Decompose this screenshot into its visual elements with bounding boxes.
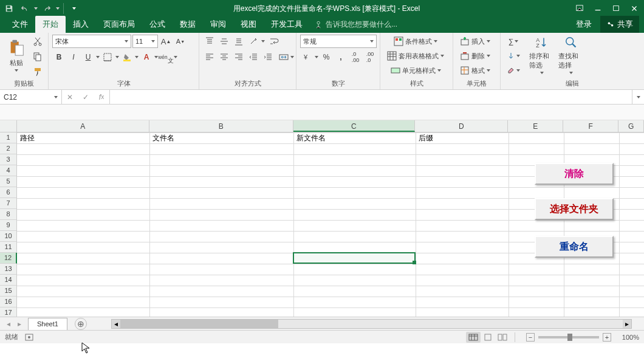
col-header-A[interactable]: A [17, 120, 149, 132]
merge-button[interactable] [276, 50, 297, 64]
percent-button[interactable]: % [320, 50, 333, 64]
add-sheet-button[interactable]: ⊕ [75, 318, 87, 330]
macro-button-1[interactable]: 选择文件夹 [535, 198, 614, 220]
horizontal-scrollbar[interactable]: ◂▸ [111, 319, 632, 329]
fill-color-button[interactable] [120, 50, 134, 64]
row-header-1[interactable]: 1 [0, 132, 16, 143]
row-header-3[interactable]: 3 [0, 154, 16, 165]
formula-expand-button[interactable] [632, 90, 644, 104]
cell-styles-button[interactable]: 单元格样式 [384, 64, 447, 77]
tab-layout[interactable]: 页面布局 [96, 16, 142, 33]
cut-button[interactable] [31, 35, 44, 48]
clear-button[interactable] [504, 64, 522, 77]
row-header-17[interactable]: 17 [0, 307, 16, 317]
sheet-nav-first[interactable]: ◂ [4, 319, 13, 329]
row-header-6[interactable]: 6 [0, 187, 16, 198]
accounting-button[interactable]: ¥ [300, 50, 313, 64]
view-page-break-button[interactable] [495, 332, 510, 343]
zoom-out-button[interactable]: − [526, 333, 535, 342]
ribbon-options-button[interactable] [572, 1, 587, 16]
qat-customize[interactable] [67, 2, 81, 15]
tab-insert[interactable]: 插入 [66, 16, 96, 33]
col-header-B[interactable]: B [149, 120, 293, 132]
col-header-E[interactable]: E [508, 120, 563, 132]
cell-D1[interactable]: 后缀 [417, 132, 435, 144]
font-name-combo[interactable]: 宋体 [52, 35, 131, 48]
tab-dev[interactable]: 开发工具 [264, 16, 310, 33]
login-button[interactable]: 登录 [571, 16, 597, 32]
row-header-9[interactable]: 9 [0, 220, 16, 231]
col-header-D[interactable]: D [415, 120, 508, 132]
wrap-text-button[interactable] [266, 35, 282, 48]
close-button[interactable] [627, 1, 642, 16]
share-button[interactable]: 共享 [600, 16, 639, 33]
name-box[interactable]: C12 [0, 90, 62, 104]
tab-view[interactable]: 视图 [233, 16, 264, 33]
decrease-decimal-button[interactable]: .00.0 [363, 50, 377, 64]
view-normal-button[interactable] [466, 332, 481, 343]
formula-input[interactable] [110, 90, 632, 104]
sheet-nav-last[interactable]: ▸ [15, 319, 24, 329]
delete-cells-button[interactable]: 删除 [457, 49, 493, 63]
increase-indent-button[interactable] [261, 50, 275, 64]
bold-button[interactable]: B [52, 50, 66, 64]
save-button[interactable] [2, 2, 16, 15]
row-header-14[interactable]: 14 [0, 275, 16, 286]
col-header-F[interactable]: F [563, 120, 618, 132]
autosum-button[interactable]: ∑ [504, 35, 522, 48]
tell-me-search[interactable]: 告诉我您想要做什么... [310, 16, 402, 33]
zoom-in-button[interactable]: + [603, 333, 611, 342]
decrease-indent-button[interactable] [247, 50, 260, 64]
maximize-button[interactable] [609, 1, 623, 16]
cell-B1[interactable]: 文件名 [151, 132, 176, 144]
orientation-button[interactable] [247, 35, 260, 48]
decrease-font-button[interactable]: A▼ [174, 35, 187, 48]
row-header-12[interactable]: 12 [0, 253, 17, 264]
enter-formula-button[interactable]: ✓ [78, 91, 94, 104]
row-header-2[interactable]: 2 [0, 143, 16, 154]
increase-decimal-button[interactable]: .0.00 [349, 50, 362, 64]
col-header-C[interactable]: C [293, 120, 416, 132]
fill-handle[interactable] [413, 261, 416, 264]
fill-button[interactable] [504, 49, 522, 63]
format-painter-button[interactable] [31, 65, 44, 78]
border-button[interactable] [101, 50, 114, 64]
zoom-slider[interactable] [538, 336, 599, 338]
sheet-tab[interactable]: Sheet1 [28, 318, 67, 330]
table-format-button[interactable]: 套用表格格式 [384, 49, 447, 63]
cell-C1[interactable]: 新文件名 [295, 132, 327, 144]
italic-button[interactable]: I [67, 50, 80, 64]
align-bottom-button[interactable] [232, 35, 245, 48]
underline-button[interactable]: U [81, 50, 95, 64]
macro-record-button[interactable] [23, 332, 35, 342]
undo-button[interactable] [18, 2, 32, 15]
phonetic-button[interactable]: wén文 [159, 50, 173, 64]
align-top-button[interactable] [203, 35, 216, 48]
copy-button[interactable] [31, 50, 44, 63]
cell-A1[interactable]: 路径 [18, 132, 36, 144]
view-page-layout-button[interactable] [481, 332, 495, 343]
align-right-button[interactable] [232, 50, 245, 64]
redo-button[interactable] [40, 2, 53, 15]
align-center-button[interactable] [218, 50, 231, 64]
row-header-13[interactable]: 13 [0, 264, 16, 275]
paste-button[interactable]: 粘贴 [4, 35, 29, 75]
select-all-corner[interactable] [0, 120, 17, 132]
font-size-combo[interactable]: 11 [132, 35, 158, 48]
insert-cells-button[interactable]: 插入 [457, 35, 493, 48]
row-header-10[interactable]: 10 [0, 231, 16, 242]
row-header-4[interactable]: 4 [0, 165, 16, 176]
row-header-7[interactable]: 7 [0, 198, 16, 209]
macro-button-2[interactable]: 重命名 [535, 236, 614, 258]
font-color-button[interactable]: A [140, 50, 153, 64]
tab-data[interactable]: 数据 [173, 16, 203, 33]
comma-button[interactable]: , [334, 50, 348, 64]
row-header-5[interactable]: 5 [0, 176, 16, 187]
tab-formula[interactable]: 公式 [142, 16, 173, 33]
insert-function-button[interactable]: fx [94, 91, 109, 104]
macro-button-0[interactable]: 清除 [535, 163, 614, 185]
col-header-G[interactable]: G [618, 120, 644, 132]
find-select-button[interactable]: 查找和选择 [558, 35, 584, 75]
tab-home[interactable]: 开始 [35, 16, 66, 33]
row-header-11[interactable]: 11 [0, 242, 16, 253]
